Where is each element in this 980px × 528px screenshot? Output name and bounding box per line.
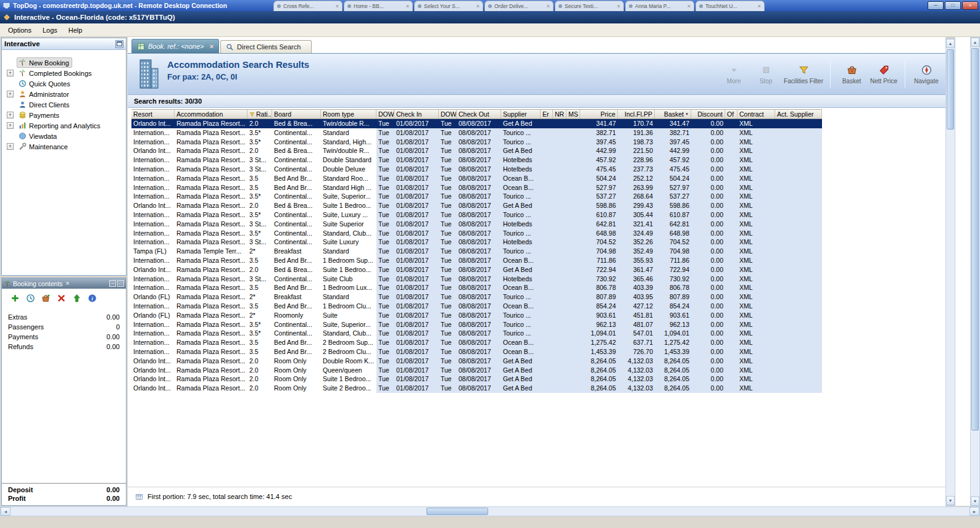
add-icon[interactable] <box>10 294 20 303</box>
scroll-right-icon[interactable]: ► <box>970 507 979 516</box>
tab-book-ref-none[interactable]: Book. ref.: <none>× <box>131 39 219 53</box>
tab-close-icon[interactable]: × <box>758 3 761 9</box>
column-header-supplier[interactable]: Supplier <box>501 110 541 118</box>
scroll-down-icon[interactable]: ▼ <box>946 496 955 505</box>
scroll-down-icon[interactable]: ▼ <box>971 497 979 506</box>
table-row[interactable]: Internation...Ramada Plaza Resort...3 St… <box>131 274 822 284</box>
sidebar-item-new-booking[interactable]: New Booking <box>2 57 126 68</box>
browser-tab[interactable]: Cross Refe...× <box>273 1 343 11</box>
horizontal-scrollbar[interactable]: ◄ ► <box>0 506 980 516</box>
table-row[interactable]: Internation...Ramada Plaza Resort...3 St… <box>131 220 822 229</box>
tab-close-icon[interactable]: × <box>406 3 409 9</box>
browser-tab[interactable]: TouchNet U...× <box>696 1 765 11</box>
table-row[interactable]: Internation...Ramada Plaza Resort...3.5B… <box>131 347 822 357</box>
close-panel-icon[interactable]: × <box>66 280 70 287</box>
column-header-er[interactable]: Er <box>541 110 553 118</box>
table-row[interactable]: Tampa (FL)Ramada Temple Terr...2*Breakfa… <box>131 247 822 256</box>
column-header-dow_in[interactable]: DOW <box>376 110 394 118</box>
table-row[interactable]: Internation...Ramada Plaza Resort...3 St… <box>131 165 822 174</box>
table-row[interactable]: Internation...Ramada Plaza Resort...3.5*… <box>131 210 822 220</box>
sidebar-item-reporting-and-analytics[interactable]: +Reporting and Analytics <box>2 120 126 131</box>
delete-icon[interactable] <box>57 294 66 303</box>
column-header-dow_out[interactable]: DOW <box>439 110 457 118</box>
scroll-up-icon[interactable]: ▲ <box>971 38 979 47</box>
table-row[interactable]: Orlando Int...Ramada Plaza Resort...2.0R… <box>131 357 822 366</box>
sidebar-item-completed-bookings[interactable]: +Completed Bookings <box>2 68 126 78</box>
table-row[interactable]: Orlando Int...Ramada Plaza Resort...2.0B… <box>131 265 822 274</box>
tab-close-icon[interactable]: × <box>210 43 214 50</box>
tab-direct-clients-search[interactable]: Direct Clients Search <box>220 40 312 53</box>
table-row[interactable]: Internation...Ramada Plaza Resort...3.5*… <box>131 192 822 201</box>
minimize-button[interactable]: ─ <box>928 1 944 10</box>
column-header-act_supplier[interactable]: Act. Supplier <box>775 110 822 118</box>
minimize-panel-button[interactable]: ─ <box>109 280 116 287</box>
maximize-button[interactable]: □ <box>945 1 961 10</box>
sidebar-item-payments[interactable]: +Payments <box>2 110 126 120</box>
column-header-price[interactable]: Price <box>580 110 618 118</box>
collapse-panel-button[interactable] <box>115 40 123 48</box>
table-row[interactable]: Internation...Ramada Plaza Resort...3.5B… <box>131 174 822 183</box>
clock-icon[interactable] <box>26 294 35 303</box>
column-header-ms[interactable]: MS <box>567 110 580 118</box>
table-row[interactable]: Orlando Int...Ramada Plaza Resort...2.0B… <box>131 119 822 128</box>
filter-icon[interactable] <box>249 112 255 117</box>
session-vertical-scrollbar[interactable]: ▲ ▼ <box>970 37 980 506</box>
browser-tab[interactable]: Order Delive...× <box>484 1 554 11</box>
browser-tab[interactable]: Anna Maria P...× <box>625 1 694 11</box>
sidebar-item-maintenance[interactable]: +Maintenance <box>2 141 126 152</box>
table-row[interactable]: Orlando Int...Ramada Plaza Resort...2.0R… <box>131 374 822 384</box>
table-row[interactable]: Orlando Int...Ramada Plaza Resort...2.0R… <box>131 384 822 393</box>
rdp-title-bar[interactable]: TopDog - comostreetrdp.topdog.uk.net - R… <box>0 0 980 11</box>
table-row[interactable]: Internation...Ramada Plaza Resort...3.5B… <box>131 283 822 292</box>
scroll-thumb[interactable] <box>426 508 488 515</box>
browser-tab[interactable]: Secure Texti...× <box>555 1 624 11</box>
scroll-thumb[interactable] <box>971 48 979 431</box>
basket-add-icon[interactable] <box>41 294 51 303</box>
column-header-rating[interactable]: Rati... <box>247 110 272 118</box>
tab-close-icon[interactable]: × <box>336 3 339 9</box>
expand-icon[interactable]: + <box>7 91 14 97</box>
column-header-room_type[interactable]: Room type <box>321 110 376 118</box>
navigate-button[interactable]: Navigate <box>912 65 941 85</box>
expand-icon[interactable]: + <box>7 70 14 76</box>
nett-price-button[interactable]: Nett Price <box>870 65 898 85</box>
scroll-up-icon[interactable]: ▲ <box>946 39 955 48</box>
tab-close-icon[interactable]: × <box>547 3 550 9</box>
table-row[interactable]: Internation...Ramada Plaza Resort...3.5B… <box>131 183 822 192</box>
column-header-nr[interactable]: NR <box>553 110 567 118</box>
table-row[interactable]: Internation...Ramada Plaza Resort...3.5*… <box>131 320 822 329</box>
browser-tab[interactable]: Home - BB...× <box>344 1 413 11</box>
info-icon[interactable]: i <box>88 294 97 303</box>
menu-help[interactable]: Help <box>63 25 88 36</box>
sidebar-item-administrator[interactable]: +Administrator <box>2 89 126 99</box>
table-vertical-scrollbar[interactable]: ▲ ▼ <box>945 38 955 506</box>
expand-icon[interactable]: + <box>7 143 14 150</box>
column-header-check_out[interactable]: Check Out <box>457 110 501 118</box>
scroll-thumb[interactable] <box>947 49 954 130</box>
column-header-basket[interactable]: Basket▼ <box>655 110 691 118</box>
tab-close-icon[interactable]: × <box>476 3 480 9</box>
column-header-contract[interactable]: Contract <box>737 110 775 118</box>
column-header-check_in[interactable]: Check In <box>394 110 439 118</box>
menu-logs[interactable]: Logs <box>37 25 63 36</box>
column-header-of[interactable]: Of <box>725 110 737 118</box>
basket-button[interactable]: Basket <box>837 65 866 85</box>
restore-panel-button[interactable]: □ <box>117 280 124 287</box>
table-row[interactable]: Internation...Ramada Plaza Resort...3.5B… <box>131 256 822 265</box>
column-header-board[interactable]: Board <box>272 110 321 118</box>
table-row[interactable]: Orlando (FL)Ramada Plaza Resort...2*Room… <box>131 311 822 320</box>
column-header-accommodation[interactable]: Accommodation <box>175 110 247 118</box>
table-row[interactable]: Orlando Int...Ramada Plaza Resort...2.0B… <box>131 146 822 155</box>
table-row[interactable]: Orlando Int...Ramada Plaza Resort...2.0B… <box>131 201 822 210</box>
facilities-filter-button[interactable]: Facilities Filter <box>784 65 823 85</box>
close-button[interactable]: × <box>962 1 978 10</box>
menu-options[interactable]: Options <box>2 25 37 36</box>
table-row[interactable]: Internation...Ramada Plaza Resort...3.5B… <box>131 302 822 311</box>
column-header-incl_fl_pp[interactable]: Incl.Fl.PP <box>618 110 655 118</box>
table-row[interactable]: Internation...Ramada Plaza Resort...3.5*… <box>131 128 822 138</box>
table-row[interactable]: Internation...Ramada Plaza Resort...3.5*… <box>131 138 822 147</box>
column-header-discount[interactable]: Discount <box>691 110 725 118</box>
table-row[interactable]: Internation...Ramada Plaza Resort...3.5B… <box>131 338 822 347</box>
extract-icon[interactable] <box>72 294 81 303</box>
sidebar-item-viewdata[interactable]: Viewdata <box>2 131 126 141</box>
